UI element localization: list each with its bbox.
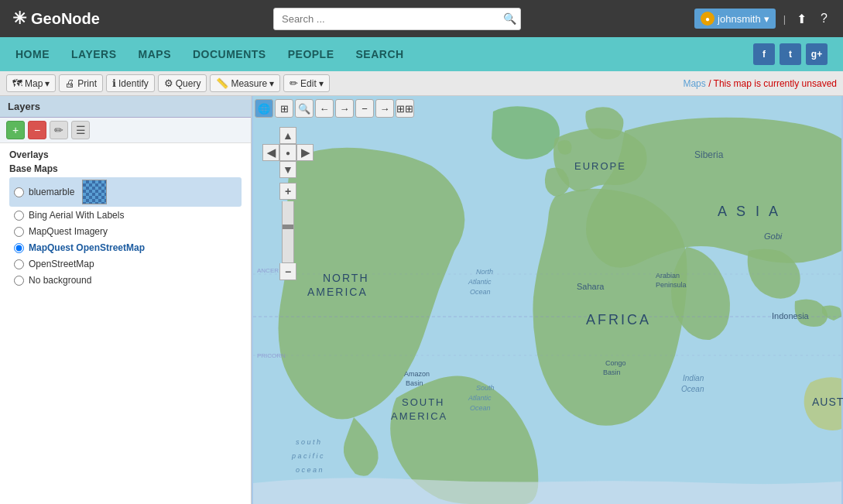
user-badge[interactable]: ● johnsmith ▾ (694, 9, 776, 29)
layers-header: Layers (0, 96, 251, 118)
map-zoom-in-tool[interactable]: ⊞ (275, 99, 293, 118)
facebook-button[interactable]: f (753, 43, 775, 65)
basemap-radio-bing[interactable] (14, 211, 24, 221)
identify-button[interactable]: ℹ Identify (106, 74, 155, 92)
query-button[interactable]: ⚙ Query (158, 74, 207, 92)
measure-button[interactable]: 📏 Measure ▾ (210, 74, 280, 92)
nav-people[interactable]: PEOPLE (288, 45, 334, 63)
search-button[interactable]: 🔍 (503, 12, 516, 25)
layer-item-mapquest-osm[interactable]: MapQuest OpenStreetMap (9, 240, 242, 255)
content-area: Layers + − ✏ ☰ Overlays Base Maps bluema… (0, 96, 843, 504)
svg-text:EUROPE: EUROPE (574, 160, 626, 172)
basemap-radio-mapquest-img[interactable] (14, 227, 24, 237)
svg-text:AMERICA: AMERICA (391, 410, 447, 422)
layer-item-mapquest-img[interactable]: MapQuest Imagery (9, 224, 242, 239)
basemap-radio-osm[interactable] (14, 259, 24, 269)
map-area[interactable]: ANCER PRICORN Siberia A S I A Gobi EUROP… (252, 96, 843, 504)
basemap-radio-bluemarble[interactable] (14, 187, 24, 197)
app-name: GeoNode (31, 10, 100, 28)
svg-text:AMERICA: AMERICA (307, 286, 368, 298)
basemap-label-bluemarble: bluemarble (29, 187, 74, 197)
breadcrumb-status: This map is currently unsaved (714, 78, 837, 89)
zoom-in-button[interactable]: + (279, 183, 296, 200)
pan-lr-controls: ◀ ● ▶ (262, 144, 314, 161)
edit-button[interactable]: ✏ Edit ▾ (283, 74, 330, 92)
pan-down-row: ▼ (262, 161, 314, 178)
nav-search[interactable]: SEARCH (356, 45, 404, 63)
map-back-tool[interactable]: ← (315, 99, 334, 118)
basemap-radio-no-bg[interactable] (14, 276, 24, 286)
basemap-label-no-bg: No background (29, 275, 91, 286)
svg-text:Ocean: Ocean (681, 385, 704, 393)
print-label: Print (77, 78, 97, 89)
nav-maps[interactable]: MAPS (139, 45, 171, 63)
upload-button[interactable]: ⬆ (793, 9, 810, 29)
pan-up-button[interactable]: ▲ (279, 127, 296, 144)
user-avatar: ● (701, 12, 714, 26)
logo-area: ✳ GeoNode (12, 9, 100, 29)
svg-text:o c e a n: o c e a n (296, 466, 323, 474)
map-label: Map (25, 78, 43, 89)
twitter-button[interactable]: t (780, 43, 801, 65)
search-container: 🔍 (273, 8, 521, 30)
nav-layers[interactable]: LAYERS (71, 45, 117, 63)
map-nav-tool[interactable]: 🌐 (255, 99, 273, 118)
zoom-slider-thumb[interactable] (283, 225, 293, 229)
zoom-slider[interactable] (282, 201, 294, 263)
googleplus-button[interactable]: g+ (806, 43, 828, 65)
help-button[interactable]: ? (817, 9, 831, 29)
pan-down-button[interactable]: ▼ (279, 161, 296, 178)
pan-left-button[interactable]: ◀ (262, 144, 279, 161)
map-forward-tool[interactable]: → (335, 99, 354, 118)
svg-text:Sahara: Sahara (577, 282, 605, 291)
edit-icon: ✏ (290, 77, 298, 89)
svg-text:Atlantic: Atlantic (468, 394, 492, 402)
measure-label: Measure (231, 78, 267, 89)
zoom-out-button[interactable]: − (279, 263, 296, 280)
map-toolbar: 🌐 ⊞ 🔍 ← → − → ⊞⊞ (255, 99, 414, 118)
breadcrumb-maps-link[interactable]: Maps (683, 78, 705, 89)
pan-controls: ▲ (262, 127, 314, 144)
map-icon: 🗺 (12, 77, 22, 89)
remove-layer-button[interactable]: − (28, 121, 46, 139)
add-layer-button[interactable]: + (6, 121, 25, 139)
world-map-svg: ANCER PRICORN Siberia A S I A Gobi EUROP… (252, 96, 843, 504)
username: johnsmith (718, 13, 761, 25)
svg-text:Ocean: Ocean (470, 288, 491, 296)
map-grid-tool[interactable]: ⊞⊞ (396, 99, 414, 118)
basemap-radio-mapquest-osm[interactable] (14, 243, 24, 253)
svg-text:Gobi: Gobi (764, 231, 783, 241)
layer-item-no-bg[interactable]: No background (9, 273, 242, 288)
print-button[interactable]: 🖨 Print (59, 74, 103, 92)
identify-label: Identify (118, 78, 149, 89)
svg-text:Siberia: Siberia (694, 149, 724, 160)
toolbar: 🗺 Map ▾ 🖨 Print ℹ Identify ⚙ Query 📏 Mea… (0, 71, 843, 96)
edit-layer-button[interactable]: ✏ (50, 121, 68, 139)
svg-text:Indian: Indian (683, 374, 704, 382)
left-panel: Layers + − ✏ ☰ Overlays Base Maps bluema… (0, 96, 252, 504)
search-input[interactable] (273, 8, 521, 30)
svg-text:SOUTH: SOUTH (402, 396, 445, 408)
layer-options-button[interactable]: ☰ (71, 121, 90, 139)
svg-text:AFRICA: AFRICA (586, 312, 651, 327)
svg-text:Arabian: Arabian (656, 272, 680, 279)
user-area: ● johnsmith ▾ | ⬆ ? (694, 9, 831, 29)
svg-text:Congo: Congo (605, 359, 626, 367)
map-arrow-tool[interactable]: → (375, 99, 394, 118)
pan-right-button[interactable]: ▶ (296, 144, 314, 161)
layer-item-bing[interactable]: Bing Aerial With Labels (9, 207, 242, 223)
nav-home[interactable]: HOME (15, 45, 50, 63)
layer-item-bluemarble[interactable]: bluemarble (9, 177, 242, 207)
main-nav: HOME LAYERS MAPS DOCUMENTS PEOPLE SEARCH… (0, 37, 843, 71)
svg-text:South: South (476, 384, 495, 392)
map-button[interactable]: 🗺 Map ▾ (6, 74, 56, 92)
map-search-tool[interactable]: 🔍 (295, 99, 314, 118)
map-dropdown-icon: ▾ (45, 78, 50, 89)
map-minus-tool[interactable]: − (355, 99, 374, 118)
nav-documents[interactable]: DOCUMENTS (193, 45, 266, 63)
layers-toolbar: + − ✏ ☰ (0, 118, 251, 143)
layer-item-osm[interactable]: OpenStreetMap (9, 256, 242, 272)
svg-text:Indonesia: Indonesia (772, 311, 810, 321)
svg-text:s o u t h: s o u t h (296, 438, 320, 446)
pan-center-button[interactable]: ● (279, 144, 296, 161)
